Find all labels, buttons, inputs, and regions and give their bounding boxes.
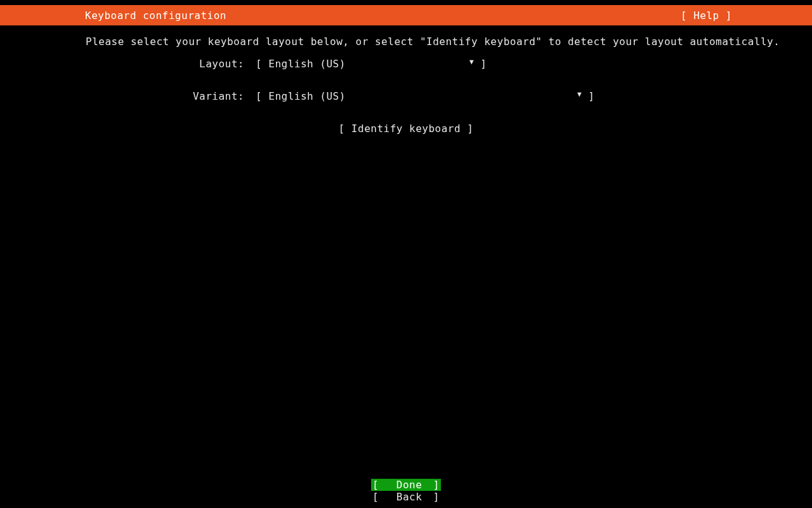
chevron-down-icon: ▼	[469, 58, 474, 70]
variant-label: Variant:	[0, 90, 244, 102]
layout-field-row: Layout: [ English (US)▼ ]	[0, 58, 812, 70]
back-button[interactable]: [ Back]	[371, 491, 441, 503]
variant-field-row: Variant: [ English (US)▼ ]	[0, 90, 812, 102]
header-bar: Keyboard configuration [ Help ]	[0, 5, 812, 25]
identify-keyboard-button[interactable]: [ Identify keyboard ]	[339, 123, 474, 135]
page-title: Keyboard configuration	[85, 10, 226, 22]
done-button[interactable]: [ Done]	[371, 479, 441, 491]
layout-dropdown[interactable]: [ English (US)	[244, 58, 469, 70]
footer-buttons: [ Done] [ Back]	[0, 479, 812, 503]
layout-value: English (US)	[268, 58, 346, 70]
layout-label: Layout:	[0, 58, 244, 70]
instruction-text: Please select your keyboard layout below…	[86, 36, 812, 48]
variant-value: English (US)	[268, 90, 346, 102]
variant-dropdown[interactable]: [ English (US)	[244, 90, 577, 102]
help-button[interactable]: [ Help ]	[681, 10, 732, 22]
main-content: Please select your keyboard layout below…	[0, 25, 812, 135]
chevron-down-icon: ▼	[577, 90, 582, 102]
